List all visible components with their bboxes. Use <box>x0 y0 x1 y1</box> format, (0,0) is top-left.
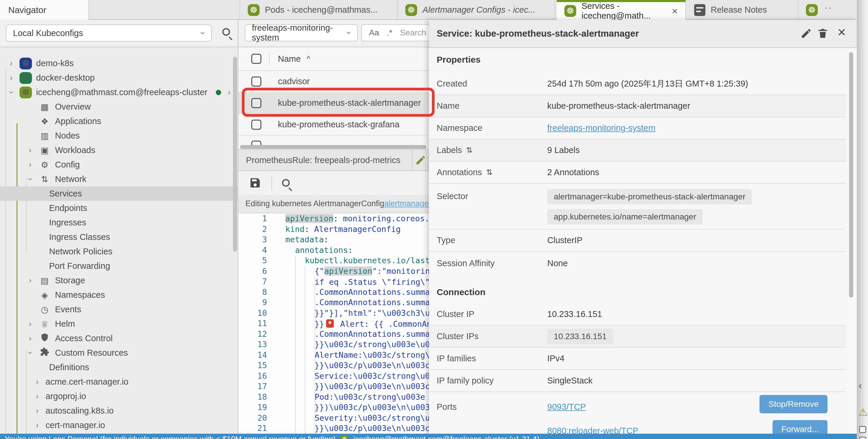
chevron-right-icon[interactable]: › <box>225 88 234 97</box>
sidebar-item-endpoints[interactable]: Endpoints <box>0 201 238 215</box>
sidebar-item-network-policies[interactable]: Network Policies <box>0 244 238 259</box>
sidebar-item-label: Endpoints <box>49 203 87 213</box>
chevron-down-icon[interactable]: › <box>26 349 35 357</box>
table-row-grafana[interactable]: kube-prometheus-stack-grafana <box>238 114 429 136</box>
pencil-icon[interactable] <box>800 28 812 39</box>
sidebar-item-label: Access Control <box>55 334 113 343</box>
property-row-annotations: Annotations⇅ 2 Annotations <box>429 162 846 184</box>
sidebar-item-ingresses[interactable]: Ingresses <box>0 215 238 230</box>
tab-pods[interactable]: ☸ Pods - icecheng@mathmas... <box>240 0 398 20</box>
chevron-down-icon[interactable]: › <box>7 88 16 97</box>
close-tab-icon[interactable]: × <box>672 5 678 17</box>
panel-button[interactable] <box>859 426 866 433</box>
sidebar-item-access-control[interactable]: › Access Control <box>0 331 238 346</box>
chevron-right-icon[interactable]: › <box>26 319 34 329</box>
sidebar-item-config[interactable]: › ⚙ Config <box>0 158 238 172</box>
table-row-partial[interactable] <box>238 136 429 145</box>
code-line: 13}}\u003c/strong\u003e\u003c/h3 <box>238 339 429 350</box>
expand-icon[interactable]: ⇅ <box>466 146 472 155</box>
panel-header: Service: kube-prometheus-stack-alertmana… <box>429 20 857 48</box>
yaml-editor[interactable]: 1apiVersion: monitoring.coreos.com/v1 2k… <box>238 213 429 439</box>
chevron-right-icon[interactable]: › <box>7 73 16 82</box>
sidebar-item-namespaces[interactable]: ◈ Namespaces <box>0 288 238 302</box>
sidebar-item-services[interactable]: Services <box>0 187 238 201</box>
tree-item-freeleaps-cluster[interactable]: › ☸ icecheng@mathmast.com@freeleaps-clus… <box>0 85 238 100</box>
sidebar-item-workloads[interactable]: › ▣ Workloads <box>0 143 238 158</box>
chevron-right-icon[interactable]: › <box>33 392 41 401</box>
sidebar-item-acme-cert-manager[interactable]: › acme.cert-manager.io <box>0 375 238 389</box>
row-checkbox[interactable] <box>251 120 261 130</box>
tree-item-demo-k8s[interactable]: › ☸ demo-k8s <box>0 56 238 71</box>
close-icon[interactable]: × <box>838 25 846 39</box>
code-line: 10}}"}],"html":"\u003ch3\u003e\u <box>238 308 429 318</box>
sidebar-item-events[interactable]: ◷ Events <box>0 302 238 317</box>
warning-icon[interactable]: ⚠ <box>859 406 867 418</box>
chevron-right-icon[interactable]: › <box>7 59 16 68</box>
sidebar-item-label: Port Forwarding <box>49 261 110 271</box>
sort-ascending-icon[interactable]: ^ <box>307 54 310 64</box>
sidebar-item-autoscaling[interactable]: › autoscaling.k8s.io <box>0 404 238 418</box>
name-column-header[interactable]: Name <box>278 54 301 64</box>
chevron-left-icon[interactable]: ‹ <box>859 380 862 391</box>
chevron-right-icon[interactable]: › <box>26 160 34 169</box>
navigator-panel-tab[interactable]: Navigator <box>0 0 89 20</box>
selector-chip: app.kubernetes.io/name=alertmanager <box>547 209 703 225</box>
tab-release-notes[interactable]: Release Notes <box>686 0 798 20</box>
sidebar-item-overview[interactable]: ▦ Overview <box>0 100 238 114</box>
expand-icon[interactable]: ⇅ <box>486 168 493 177</box>
sidebar-item-ingress-classes[interactable]: Ingress Classes <box>0 230 238 244</box>
sidebar-item-storage[interactable]: › ▤ Storage <box>0 273 238 288</box>
code-line: 16Service:\u003c/strong\u003e {{ <box>238 371 429 381</box>
tab-alertmanager-configs[interactable]: ☸ Alertmanager Configs - icec... <box>398 0 555 20</box>
alertmanager-config-link[interactable]: alertmanager <box>384 199 429 208</box>
sidebar-item-argoproj[interactable]: › argoproj.io <box>0 389 238 404</box>
chevron-right-icon[interactable]: › <box>33 377 41 386</box>
regex-toggle[interactable]: .* <box>387 28 392 37</box>
horizontal-scrollbar[interactable] <box>240 145 426 149</box>
search-input[interactable]: Aa .* Search <box>361 24 429 41</box>
sidebar-item-nodes[interactable]: ▥ Nodes <box>0 129 238 143</box>
row-checkbox[interactable] <box>251 76 261 87</box>
select-all-checkbox[interactable] <box>251 54 261 64</box>
line-number: 10 <box>238 308 278 317</box>
kubernetes-cluster-icon: ☸ <box>20 87 32 98</box>
chevron-right-icon[interactable]: › <box>26 276 34 285</box>
stop-remove-button[interactable]: Stop/Remove <box>760 395 828 413</box>
sidebar-item-definitions[interactable]: Definitions <box>0 360 238 375</box>
match-case-toggle[interactable]: Aa <box>369 28 379 37</box>
sidebar-item-applications[interactable]: ❖ Applications <box>0 114 238 129</box>
chevron-right-icon[interactable]: › <box>26 146 34 155</box>
search-icon[interactable] <box>282 179 290 187</box>
port-link-9093[interactable]: 9093/TCP <box>547 402 638 412</box>
sidebar-item-label: Storage <box>55 276 85 285</box>
chevron-right-icon[interactable]: › <box>33 421 41 430</box>
panel-button[interactable] <box>859 437 866 439</box>
save-icon[interactable] <box>249 177 261 189</box>
namespace-link[interactable]: freeleaps-monitoring-system <box>547 123 655 133</box>
sidebar-item-label: Events <box>55 305 81 314</box>
chevron-right-icon[interactable]: › <box>33 406 41 415</box>
namespace-select[interactable]: freeleaps-monitoring-system › <box>245 24 358 41</box>
connection-heading: Connection <box>437 287 486 297</box>
chevron-down-icon[interactable]: › <box>26 175 35 183</box>
tab-services-active[interactable]: ☸ Services - icecheng@math... × <box>557 0 686 20</box>
row-checkbox[interactable] <box>251 141 261 145</box>
sidebar-item-custom-resources[interactable]: › Custom Resources <box>0 346 238 360</box>
code-line: 9.CommonAnnotations.summary }}- <box>238 297 429 308</box>
sidebar-item-port-forwarding[interactable]: Port Forwarding <box>0 259 238 273</box>
sidebar-scrollbar[interactable] <box>233 57 237 252</box>
panel-scrollbar[interactable] <box>849 52 853 298</box>
search-icon[interactable] <box>222 28 230 36</box>
sidebar-item-helm[interactable]: › ♕ Helm <box>0 317 238 331</box>
sidebar-item-label: Network <box>55 174 86 184</box>
tree-item-docker-desktop[interactable]: › ☸ docker-desktop <box>0 71 238 85</box>
kubeconfig-select[interactable]: Local Kubeconfigs › <box>6 25 212 42</box>
trash-icon[interactable] <box>817 28 829 39</box>
sidebar-item-cert-manager[interactable]: › cert-manager.io <box>0 418 238 433</box>
chevron-right-icon[interactable]: › <box>26 334 34 343</box>
pencil-icon[interactable] <box>415 155 426 166</box>
storage-icon: ▤ <box>38 276 51 286</box>
sidebar-item-network[interactable]: › ⇅ Network <box>0 172 238 187</box>
overflow-dots: .. <box>825 1 833 11</box>
edit-rule-cell[interactable] <box>412 150 429 170</box>
